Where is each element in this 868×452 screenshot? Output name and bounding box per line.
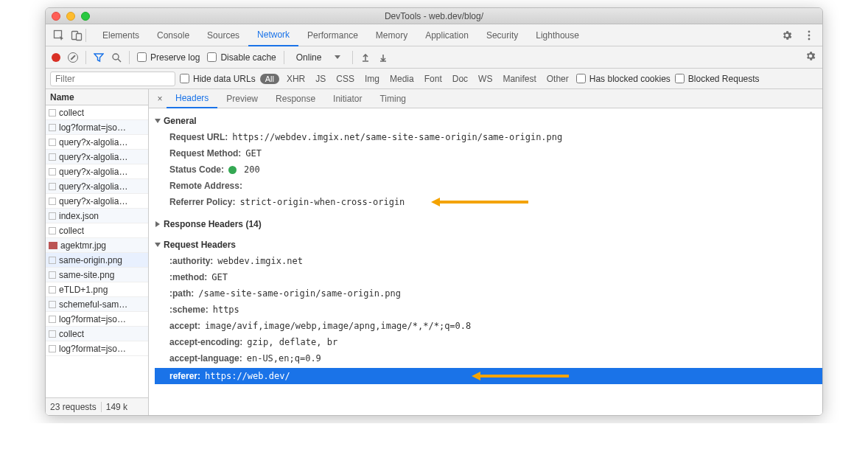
request-row[interactable]: query?x-algolia… (46, 194, 148, 209)
file-icon (49, 212, 56, 220)
request-row[interactable]: log?format=jso… (46, 341, 148, 356)
filter-type-ws[interactable]: WS (475, 74, 495, 84)
tab-sources[interactable]: Sources (198, 24, 248, 46)
svg-line-7 (118, 59, 121, 62)
request-row[interactable]: index.json (46, 209, 148, 223)
request-row[interactable]: eTLD+1.png (46, 282, 148, 297)
scheme-key: :scheme: (169, 305, 209, 315)
filter-type-font[interactable]: Font (421, 74, 445, 84)
request-row[interactable]: collect (46, 105, 148, 120)
tab-security[interactable]: Security (477, 24, 527, 46)
upload-har-icon[interactable] (360, 52, 371, 63)
section-general-label: General (164, 116, 197, 126)
request-row[interactable]: log?format=jso… (46, 312, 148, 327)
request-row[interactable]: query?x-algolia… (46, 135, 148, 150)
path-value: /same-site-same-origin/same-origin.png (198, 288, 401, 299)
tab-console[interactable]: Console (148, 24, 198, 46)
separator (284, 51, 284, 64)
search-icon[interactable] (111, 52, 122, 63)
filter-type-img[interactable]: Img (362, 74, 382, 84)
settings-gear-icon[interactable] (778, 27, 796, 44)
throttling-select[interactable]: Online (292, 51, 346, 64)
request-row[interactable]: log?format=jso… (46, 120, 148, 135)
request-row[interactable]: query?x-algolia… (46, 179, 148, 194)
filter-type-css[interactable]: CSS (333, 74, 357, 84)
path-key: :path: (169, 288, 194, 299)
filter-type-other[interactable]: Other (544, 74, 572, 84)
disable-cache-checkbox[interactable]: Disable cache (207, 52, 276, 63)
remote-address-key: Remote Address: (169, 181, 242, 191)
kv-referrer-policy: Referrer Policy: strict-origin-when-cros… (155, 194, 822, 210)
file-icon (49, 286, 56, 293)
request-row[interactable]: same-origin.png (46, 253, 148, 268)
tab-lighthouse[interactable]: Lighthouse (527, 24, 588, 46)
network-body: Name collectlog?format=jso…query?x-algol… (46, 89, 822, 415)
filter-type-xhr[interactable]: XHR (284, 74, 308, 84)
separator (85, 29, 86, 42)
svg-rect-2 (77, 33, 82, 40)
filter-input[interactable] (50, 72, 175, 86)
request-row[interactable]: collect (46, 327, 148, 341)
download-har-icon[interactable] (378, 52, 388, 63)
has-blocked-cookies-input[interactable] (576, 74, 586, 83)
section-general[interactable]: General (155, 113, 822, 129)
filter-type-doc[interactable]: Doc (449, 74, 471, 84)
preserve-log-checkbox[interactable]: Preserve log (137, 52, 200, 63)
throttling-value: Online (296, 52, 322, 63)
request-list-body: collectlog?format=jso…query?x-algolia…qu… (46, 105, 148, 397)
kv-referer-highlighted: referer: https://web.dev/ (155, 368, 822, 384)
disclosure-triangle-icon (155, 243, 161, 247)
hide-data-urls-input[interactable] (180, 74, 189, 83)
detail-tab-timing[interactable]: Timing (371, 89, 415, 108)
close-detail-icon[interactable]: × (153, 94, 167, 104)
filter-type-manifest[interactable]: Manifest (500, 74, 539, 84)
kv-accept-language: accept-language: en-US,en;q=0.9 (155, 350, 822, 366)
detail-tab-initiator[interactable]: Initiator (324, 89, 371, 108)
inspect-element-icon[interactable] (50, 27, 68, 44)
request-row[interactable]: agektmr.jpg (46, 238, 148, 253)
method-key: :method: (169, 272, 207, 282)
tab-network[interactable]: Network (248, 24, 298, 46)
detail-tab-preview[interactable]: Preview (217, 89, 267, 108)
network-toolbar: Preserve log Disable cache Online (46, 46, 822, 69)
request-row-label: collect (59, 108, 84, 118)
network-settings-gear-icon[interactable] (805, 50, 816, 64)
request-row[interactable]: same-site.png (46, 268, 148, 282)
filter-type-media[interactable]: Media (387, 74, 417, 84)
section-request-headers[interactable]: Request Headers (155, 237, 822, 253)
tab-performance[interactable]: Performance (298, 24, 367, 46)
disable-cache-input[interactable] (207, 52, 217, 62)
file-icon (49, 139, 56, 146)
tab-application[interactable]: Application (416, 24, 477, 46)
footer-transfer-size: 149 k (106, 402, 127, 412)
request-method-value: GET (245, 148, 262, 159)
svg-point-4 (808, 34, 811, 36)
request-list-header-name[interactable]: Name (46, 89, 148, 105)
hide-data-urls-checkbox[interactable]: Hide data URLs (180, 74, 256, 84)
more-menu-icon[interactable] (800, 27, 818, 44)
svg-point-3 (808, 30, 811, 32)
detail-tab-response[interactable]: Response (267, 89, 324, 108)
clear-button[interactable] (68, 52, 78, 63)
preserve-log-input[interactable] (137, 52, 147, 62)
filter-type-js[interactable]: JS (312, 74, 329, 84)
kv-accept: accept: image/avif,image/webp,image/apng… (155, 318, 822, 334)
request-row[interactable]: collect (46, 223, 148, 238)
record-button[interactable] (52, 53, 60, 62)
device-toggle-icon[interactable] (68, 27, 85, 44)
has-blocked-cookies-label: Has blocked cookies (589, 74, 671, 84)
tab-memory[interactable]: Memory (367, 24, 416, 46)
section-response-headers[interactable]: Response Headers (14) (155, 216, 822, 232)
has-blocked-cookies-checkbox[interactable]: Has blocked cookies (576, 74, 671, 84)
request-row[interactable]: schemeful-sam… (46, 297, 148, 312)
detail-tab-headers[interactable]: Headers (167, 89, 217, 108)
blocked-requests-label: Blocked Requests (688, 74, 760, 84)
filter-toggle-icon[interactable] (94, 52, 104, 63)
request-row[interactable]: query?x-algolia… (46, 150, 148, 164)
blocked-requests-checkbox[interactable]: Blocked Requests (675, 74, 760, 84)
filter-all-pill[interactable]: All (260, 74, 279, 84)
separator (352, 51, 353, 64)
tab-elements[interactable]: Elements (94, 24, 148, 46)
blocked-requests-input[interactable] (675, 74, 685, 83)
request-row[interactable]: query?x-algolia… (46, 164, 148, 179)
